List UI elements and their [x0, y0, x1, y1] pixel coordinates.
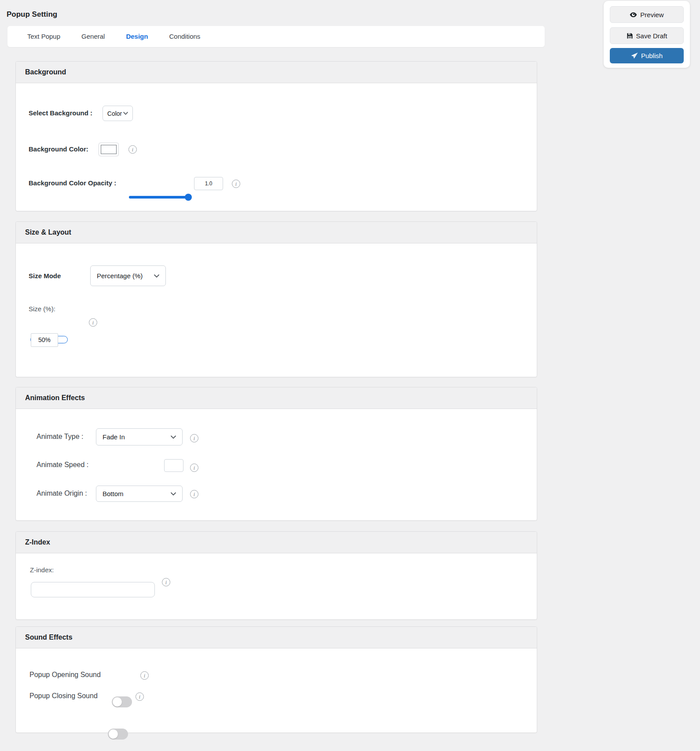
background-color-info-icon[interactable] [128, 145, 137, 154]
tab-text-popup[interactable]: Text Popup [17, 26, 71, 47]
tab-bar: Text Popup General Design Conditions [7, 26, 545, 47]
animate-speed-label: Animate Speed : [37, 461, 88, 469]
section-size-layout: Size & Layout [15, 221, 537, 377]
popup-opening-sound-info-icon[interactable] [140, 671, 149, 680]
z-index-label: Z-index: [30, 566, 54, 574]
send-icon [631, 52, 638, 59]
animate-type-value: Fade In [103, 433, 125, 441]
popup-opening-sound-label: Popup Opening Sound [29, 671, 101, 679]
animate-origin-label: Animate Origin : [37, 490, 87, 497]
section-z-index: Z-Index [15, 531, 537, 620]
select-background-label: Select Background : [29, 109, 92, 117]
action-panel: Preview Save Draft Publish [604, 1, 690, 68]
section-sound: Sound Effects [15, 626, 537, 733]
tab-conditions[interactable]: Conditions [158, 26, 211, 47]
animate-origin-info-icon[interactable] [190, 490, 198, 498]
popup-closing-sound-label: Popup Closing Sound [29, 692, 98, 700]
preview-label: Preview [640, 11, 663, 18]
opacity-slider-fill [129, 196, 188, 199]
save-draft-button[interactable]: Save Draft [610, 27, 684, 44]
size-label: Size (%): [29, 305, 55, 313]
animate-speed-input[interactable] [164, 459, 183, 472]
animate-type-info-icon[interactable] [190, 434, 198, 442]
animate-origin-value: Bottom [103, 490, 124, 497]
preview-button[interactable]: Preview [610, 6, 684, 23]
section-animation: Animation Effects [15, 387, 537, 521]
chevron-down-icon [154, 274, 159, 278]
select-background-dropdown[interactable]: Color [103, 106, 133, 121]
size-mode-value: Percentage (%) [97, 272, 143, 280]
animate-origin-dropdown[interactable]: Bottom [96, 486, 183, 502]
popup-closing-sound-info-icon[interactable] [136, 692, 144, 701]
size-value-box[interactable]: 50% [31, 333, 58, 347]
opacity-slider[interactable] [129, 196, 188, 199]
section-background: Background [15, 61, 537, 211]
background-color-swatch-value [101, 145, 117, 154]
chevron-down-icon [171, 435, 176, 439]
popup-closing-sound-toggle[interactable] [108, 729, 128, 740]
animate-type-label: Animate Type : [37, 433, 83, 441]
section-sound-header: Sound Effects [16, 627, 537, 648]
toggle-knob [113, 697, 122, 707]
section-z-index-header: Z-Index [16, 532, 537, 553]
page-title: Popup Setting [7, 10, 57, 19]
chevron-down-icon [123, 112, 128, 115]
animate-speed-info-icon[interactable] [190, 464, 198, 472]
select-background-value: Color [107, 110, 122, 117]
publish-label: Publish [641, 52, 663, 59]
toggle-knob [109, 729, 118, 739]
opacity-label: Background Color Opacity : [29, 179, 116, 187]
opacity-slider-thumb[interactable] [185, 194, 192, 201]
section-size-layout-header: Size & Layout [16, 222, 537, 243]
chevron-down-icon [171, 492, 176, 496]
tab-design[interactable]: Design [115, 26, 158, 47]
section-background-header: Background [16, 62, 537, 83]
opacity-info-icon[interactable] [232, 180, 240, 188]
size-info-icon[interactable] [89, 318, 97, 327]
section-animation-header: Animation Effects [16, 387, 537, 409]
background-color-label: Background Color: [29, 145, 88, 153]
save-icon [627, 33, 633, 39]
popup-opening-sound-toggle[interactable] [112, 696, 132, 707]
size-mode-label: Size Mode [29, 272, 61, 280]
eye-icon [630, 11, 637, 18]
z-index-info-icon[interactable] [162, 578, 170, 586]
publish-button[interactable]: Publish [610, 48, 684, 63]
z-index-input[interactable] [31, 582, 155, 597]
size-mode-dropdown[interactable]: Percentage (%) [90, 265, 166, 286]
save-draft-label: Save Draft [636, 32, 667, 40]
animate-type-dropdown[interactable]: Fade In [96, 428, 183, 445]
tab-general[interactable]: General [71, 26, 115, 47]
background-color-swatch[interactable] [99, 143, 119, 156]
opacity-value-input[interactable] [194, 177, 223, 190]
